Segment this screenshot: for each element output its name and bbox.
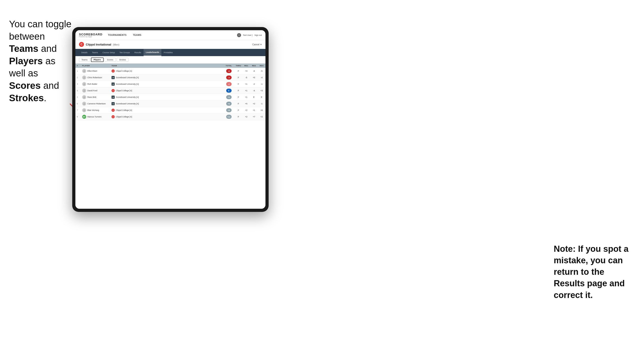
table-row: 5 Rees Britt ■ Scoreboard University [A]… <box>76 94 266 101</box>
cell-rd3: +2 <box>258 114 266 120</box>
left-annotation: You can toggle between Teams and Players… <box>9 18 72 104</box>
cell-thru: F <box>234 107 242 114</box>
cell-rd2: -2 <box>250 81 258 87</box>
cell-thru: F <box>234 87 242 94</box>
cell-rd3: -5 <box>258 68 266 74</box>
cell-team: ■ Scoreboard University [A] <box>110 74 223 81</box>
svg-point-3 <box>84 83 85 84</box>
col-rank: # <box>76 64 81 68</box>
cell-rd2: -4 <box>250 87 258 94</box>
cell-player: David Ford <box>81 87 110 94</box>
nav-right: U Test User | Sign out <box>237 33 262 37</box>
tournament-name: Clippd Invitational (Men) <box>86 43 120 46</box>
cell-player: Rich Butler <box>81 81 110 87</box>
table-row: 6 Cameron Robertson ■ Scoreboard Univers… <box>76 101 266 107</box>
cell-team: C Clippd College [A] <box>110 68 223 74</box>
cell-team: ■ Scoreboard University [A] <box>110 94 223 101</box>
col-team: TEAM <box>110 64 223 68</box>
cell-total: -2 <box>223 81 234 87</box>
cell-rd3: E <box>258 94 266 101</box>
tab-printables[interactable]: Printables <box>162 49 175 56</box>
col-player: PLAYER <box>81 64 110 68</box>
cell-player: Chris Robertson <box>81 74 110 81</box>
tournament-title: C Clippd Invitational (Men) <box>79 42 120 47</box>
tablet-screen: SCOREBOARD Powered by clippd TOURNAMENTS… <box>76 30 266 209</box>
table-row: 7 Blair McHarg C Clippd College [A] +8 F… <box>76 107 266 114</box>
cell-player: MT Marcus Turners <box>81 114 110 120</box>
cell-rank: 2 <box>76 74 81 81</box>
cell-rank: 1 <box>76 68 81 74</box>
clippd-logo: C <box>79 42 84 47</box>
cell-thru: F <box>234 74 242 81</box>
cell-total: +8 <box>223 107 234 114</box>
players-table: # PLAYER TEAM TOTAL THRU RD1 RD2 RD3 1 E… <box>76 64 266 120</box>
cell-team: ■ Scoreboard University [A] <box>110 101 223 107</box>
toggle-strokes-button[interactable]: Strokes <box>117 58 129 62</box>
cell-thru: F <box>234 114 242 120</box>
cell-rd1: +2 <box>242 107 250 114</box>
tab-details[interactable]: Details <box>79 49 90 56</box>
cell-total: +11 <box>223 114 234 120</box>
top-nav: SCOREBOARD Powered by clippd TOURNAMENTS… <box>76 30 266 40</box>
cell-rank: 5 <box>76 94 81 101</box>
tab-leaderboards[interactable]: Leaderboards <box>144 49 162 56</box>
tab-tee-groups[interactable]: Tee Groups <box>117 49 132 56</box>
cell-rank: 8 <box>76 114 81 120</box>
cell-team: C Clippd College [A] <box>110 87 223 94</box>
cell-team: ■ Scoreboard University [A] <box>110 81 223 87</box>
leaderboard-table: # PLAYER TEAM TOTAL THRU RD1 RD2 RD3 1 E… <box>76 64 266 209</box>
tournament-header: C Clippd Invitational (Men) Cancel ✕ <box>76 40 266 49</box>
svg-point-6 <box>84 103 85 104</box>
svg-point-5 <box>84 96 85 97</box>
cell-rd1: +2 <box>242 114 250 120</box>
sign-out-link[interactable]: Sign out <box>254 34 262 36</box>
cell-total: +1 <box>223 94 234 101</box>
table-row: 1 Elliot Ebert C Clippd College [A] -8 F… <box>76 68 266 74</box>
cell-rd1: +1 <box>242 94 250 101</box>
cell-rd2: +5 <box>250 74 258 81</box>
toggle-players-button[interactable]: Players <box>91 57 104 62</box>
tab-results[interactable]: Results <box>132 49 144 56</box>
cell-rank: 4 <box>76 87 81 94</box>
cell-team: C Clippd College [A] <box>110 114 223 120</box>
close-icon: ✕ <box>260 43 262 46</box>
cell-rd2: -6 <box>250 68 258 74</box>
cell-rd3: -4 <box>258 74 266 81</box>
cell-total: -4 <box>223 74 234 81</box>
user-label: Test User | <box>243 34 252 36</box>
nav-tournaments[interactable]: TOURNAMENTS <box>107 34 128 36</box>
table-row: 4 David Ford C Clippd College [A] E F +1… <box>76 87 266 94</box>
toggle-teams-button[interactable]: Teams <box>79 58 90 62</box>
toggle-scores-button[interactable]: Scores <box>104 58 116 62</box>
col-rd1: RD1 <box>242 64 250 68</box>
cell-rd2: +7 <box>250 114 258 120</box>
toggle-bar: Teams Players Scores Strokes <box>76 56 266 64</box>
scoreboard-logo: SCOREBOARD Powered by clippd <box>79 33 102 37</box>
tab-course-setup[interactable]: Course Setup <box>100 49 117 56</box>
table-row: 3 Rich Butler ■ Scoreboard University [A… <box>76 81 266 87</box>
svg-point-7 <box>84 109 85 110</box>
cell-total: +6 <box>223 101 234 107</box>
col-thru: THRU <box>234 64 242 68</box>
cell-total: E <box>223 87 234 94</box>
cell-player: Elliot Ebert <box>81 68 110 74</box>
cell-team: C Clippd College [A] <box>110 107 223 114</box>
cell-rank: 6 <box>76 101 81 107</box>
cell-thru: F <box>234 68 242 74</box>
cancel-button[interactable]: Cancel ✕ <box>252 43 262 46</box>
cell-thru: F <box>234 101 242 107</box>
col-rd2: RD2 <box>250 64 258 68</box>
cell-rd3: +3 <box>258 87 266 94</box>
cell-rd1: +5 <box>242 101 250 107</box>
cell-rd1: -5 <box>242 74 250 81</box>
col-rd3: RD3 <box>258 64 266 68</box>
svg-point-2 <box>84 77 85 78</box>
nav-teams[interactable]: TEAMS <box>132 34 142 36</box>
table-row: 8 MT Marcus Turners C Clippd College [A]… <box>76 114 266 120</box>
tab-teams[interactable]: Teams <box>90 49 100 56</box>
cell-rank: 3 <box>76 81 81 87</box>
right-annotation: Note: If you spot a mistake, you can ret… <box>554 243 630 301</box>
cell-player: Rees Britt <box>81 94 110 101</box>
svg-point-4 <box>84 90 85 91</box>
tablet-frame: SCOREBOARD Powered by clippd TOURNAMENTS… <box>72 27 268 212</box>
